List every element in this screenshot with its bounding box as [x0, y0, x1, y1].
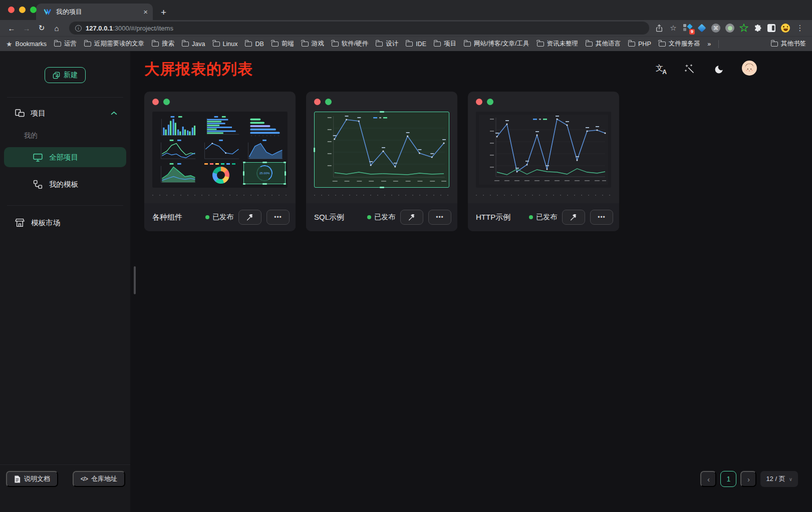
back-icon[interactable]: ←: [5, 24, 18, 33]
tab-close-icon[interactable]: ×: [143, 8, 148, 16]
browser-tab[interactable]: 我的项目 ×: [36, 4, 153, 20]
project-thumbnail: 25.00%: [152, 112, 288, 188]
status-badge: 已发布: [529, 213, 557, 222]
extension-star-icon[interactable]: [739, 24, 748, 33]
mini-gauge-selected: 25.00%: [243, 162, 286, 184]
extension-reader-icon[interactable]: [767, 24, 775, 32]
magic-wand-icon[interactable]: [684, 63, 696, 75]
user-avatar[interactable]: [742, 61, 757, 78]
sidebar-group-projects[interactable]: 项目: [0, 98, 130, 118]
folder-icon: [302, 42, 309, 47]
bookmark-folder[interactable]: Java: [182, 41, 205, 48]
mini-bar-chart: [156, 115, 198, 137]
bookmark-star-icon[interactable]: ☆: [668, 24, 678, 33]
edit-project-button[interactable]: [562, 210, 585, 225]
bookmark-folder[interactable]: DB: [245, 41, 263, 48]
mini-line-chart: [200, 139, 242, 161]
bookmark-folder[interactable]: 文件服务器: [659, 40, 700, 48]
mini-hbar-chart: [200, 115, 242, 137]
other-bookmarks-folder[interactable]: 其他书签: [771, 40, 806, 48]
address-bar[interactable]: i 127.0.0.1:3000/#/project/items: [69, 22, 649, 35]
home-icon[interactable]: ⌂: [50, 24, 63, 33]
forward-icon[interactable]: →: [20, 24, 33, 33]
extension-command-icon[interactable]: ⌘: [711, 24, 720, 33]
browser-menu-icon[interactable]: ⋮: [795, 24, 805, 33]
chevron-up-icon[interactable]: [111, 111, 117, 116]
zoom-window-button[interactable]: [30, 7, 37, 13]
extension-gem-icon[interactable]: [697, 24, 706, 33]
sidebar-item-my-templates[interactable]: 我的模板: [4, 174, 126, 194]
extensions-puzzle-icon[interactable]: [753, 24, 762, 33]
bookmark-folder[interactable]: 游戏: [302, 40, 324, 48]
current-page-button[interactable]: 1: [720, 471, 736, 487]
bookmark-folder[interactable]: 运营: [54, 40, 77, 48]
main-content: 大屏报表的列表 文 A: [130, 51, 812, 512]
sidebar-item-all-projects[interactable]: 全部项目: [4, 147, 126, 167]
repo-button[interactable]: </> 仓库地址: [73, 471, 125, 487]
edit-project-button[interactable]: [238, 210, 261, 225]
tab-title: 我的项目: [56, 8, 139, 17]
edit-project-button[interactable]: [400, 210, 423, 225]
language-icon[interactable]: 文 A: [656, 64, 667, 75]
url-host: 127.0.0.1: [86, 25, 113, 32]
docs-button[interactable]: 说明文档: [6, 471, 58, 487]
card-footer: HTTP示例 已发布 •••: [468, 203, 619, 231]
next-page-button[interactable]: ›: [740, 471, 756, 487]
bookmark-folder[interactable]: 其他语言: [586, 40, 621, 48]
chevron-left-icon: ‹: [707, 475, 710, 483]
project-card[interactable]: SQL示例 已发布 •••: [306, 92, 457, 231]
reload-icon[interactable]: ↻: [35, 24, 48, 33]
bookmarks-manager[interactable]: ★Bookmarks: [6, 40, 47, 48]
page-size-select[interactable]: 12 / 页 ∨: [760, 471, 798, 487]
card-footer: SQL示例 已发布 •••: [306, 203, 457, 231]
sidebar-divider: [7, 205, 123, 206]
bookmark-folder[interactable]: IDE: [406, 41, 426, 48]
toolbar-actions: ☆ 9 ⌘ ⋮: [655, 24, 807, 33]
sidebar: 新建 项目 我的 全部项目 我的模: [0, 51, 130, 512]
more-actions-button[interactable]: •••: [266, 210, 290, 225]
project-cards: 25.00% 各种组件 已发布 •••: [144, 92, 798, 231]
extension-userscript-icon[interactable]: 9: [683, 24, 692, 33]
new-project-button[interactable]: 新建: [45, 67, 86, 83]
templates-icon: [33, 180, 43, 189]
bookmark-folder[interactable]: 软件/硬件: [332, 40, 368, 48]
prev-page-button[interactable]: ‹: [700, 471, 716, 487]
profile-avatar-icon[interactable]: [781, 24, 790, 33]
code-icon: </>: [81, 475, 88, 482]
scrollbar-thumb[interactable]: [134, 266, 136, 294]
site-info-icon[interactable]: i: [75, 25, 82, 32]
dark-mode-moon-icon[interactable]: [713, 63, 725, 75]
folder-icon: [272, 42, 279, 47]
bookmark-folder[interactable]: 前端: [272, 40, 294, 48]
bookmark-folder[interactable]: PHP: [628, 41, 651, 48]
bookmark-folder[interactable]: 搜索: [152, 40, 174, 48]
sidebar-item-template-market[interactable]: 模板市场: [4, 213, 126, 233]
bookmarks-divider: [718, 40, 719, 48]
more-actions-button[interactable]: •••: [590, 210, 613, 225]
folder-icon: [332, 42, 339, 47]
bookmark-folder[interactable]: 近期需要读的文章: [84, 40, 144, 48]
minimize-window-button[interactable]: [19, 7, 26, 13]
mini-line-chart: [156, 139, 198, 161]
project-thumbnail: [314, 112, 449, 188]
folder-icon: [54, 42, 61, 47]
more-actions-button[interactable]: •••: [428, 210, 451, 225]
bookmark-folder[interactable]: 网站/博客/文章/工具: [464, 40, 529, 48]
new-copy-plus-icon: [53, 72, 60, 79]
bookmark-folder[interactable]: Linux: [213, 41, 238, 48]
line-chart-preview: [315, 112, 449, 187]
bookmark-folder[interactable]: 项目: [434, 40, 456, 48]
project-card[interactable]: HTTP示例 已发布 •••: [468, 92, 619, 231]
bookmarks-overflow-icon[interactable]: »: [707, 41, 711, 48]
extension-record-icon[interactable]: [725, 24, 734, 33]
ruler-dots: [152, 195, 288, 196]
ruler-dots: [314, 195, 449, 196]
project-card[interactable]: 25.00% 各种组件 已发布 •••: [144, 92, 296, 231]
bookmark-folder[interactable]: 设计: [376, 40, 398, 48]
project-thumbnail: [476, 112, 611, 188]
new-tab-button[interactable]: +: [161, 7, 166, 18]
share-icon[interactable]: [655, 24, 663, 33]
bookmark-folder[interactable]: 资讯未整理: [537, 40, 579, 48]
folder-icon: [628, 42, 635, 47]
close-window-button[interactable]: [8, 7, 15, 13]
